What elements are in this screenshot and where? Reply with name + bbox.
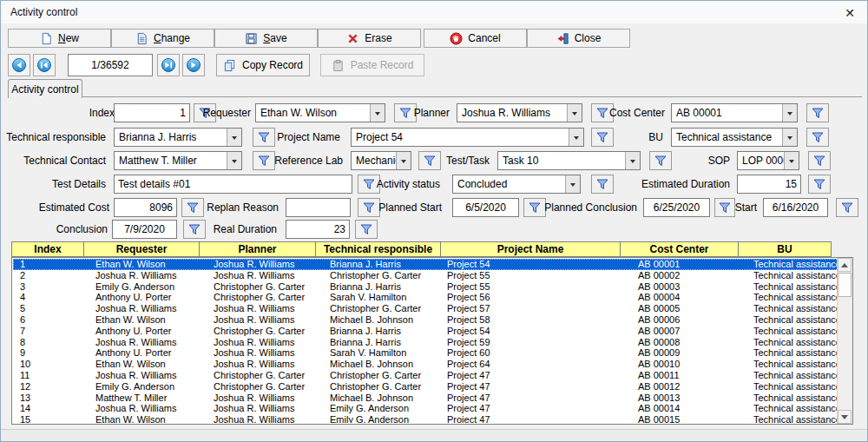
next-record-button[interactable] bbox=[182, 54, 205, 76]
grid-column-header[interactable]: Technical responsible bbox=[315, 241, 441, 257]
grid-column-header[interactable]: BU bbox=[738, 241, 832, 257]
planned-start-filter-button[interactable] bbox=[523, 198, 546, 217]
table-row[interactable]: 1Ethan W. WilsonJoshua R. WilliamsBriann… bbox=[13, 259, 838, 270]
reference-lab-filter-button[interactable] bbox=[418, 151, 441, 170]
grid-column-header[interactable]: Index bbox=[11, 241, 84, 257]
cost-center-filter-button[interactable] bbox=[806, 103, 829, 122]
activity-status-filter-button[interactable] bbox=[591, 175, 614, 194]
conclusion-filter-button[interactable] bbox=[183, 220, 206, 239]
planned-conclusion-field[interactable] bbox=[643, 198, 710, 217]
table-row[interactable]: 4Anthony U. PorterChristopher G. CarterS… bbox=[13, 292, 838, 303]
replan-reason-filter-button[interactable] bbox=[358, 198, 380, 217]
real-duration-filter-button[interactable] bbox=[355, 220, 378, 239]
requester-combobox[interactable]: Ethan W. Wilson bbox=[255, 103, 385, 122]
table-cell: Technical assistance bbox=[745, 303, 838, 314]
table-row[interactable]: 11Joshua R. WilliamsChristopher G. Carte… bbox=[13, 370, 838, 381]
grid-column-header[interactable]: Planner bbox=[199, 241, 316, 257]
start-field[interactable] bbox=[763, 198, 828, 217]
first-record-button[interactable] bbox=[33, 54, 56, 76]
bu-filter-button[interactable] bbox=[806, 128, 829, 147]
start-filter-button[interactable] bbox=[836, 198, 858, 217]
close-button[interactable]: Close bbox=[527, 29, 630, 48]
dropdown-arrow-icon[interactable] bbox=[227, 129, 241, 146]
table-row[interactable]: 3Emily G. AndersonChristopher G. CarterB… bbox=[13, 281, 838, 293]
activity-status-combobox[interactable]: Concluded bbox=[452, 175, 581, 194]
table-row[interactable]: 8Joshua R. WilliamsJoshua R. WilliamsBri… bbox=[13, 337, 838, 348]
cancel-button[interactable]: Cancel bbox=[424, 29, 527, 48]
dropdown-arrow-icon[interactable] bbox=[569, 129, 583, 146]
erase-button[interactable]: Erase bbox=[318, 29, 421, 48]
table-cell: 14 bbox=[13, 403, 86, 414]
planner-combobox[interactable]: Joshua R. Williams bbox=[457, 103, 582, 122]
technical-responsible-combobox[interactable]: Brianna J. Harris bbox=[114, 128, 242, 147]
table-cell: Project 55 bbox=[445, 270, 626, 281]
grid-header: IndexRequesterPlannerTechnical responsib… bbox=[11, 241, 832, 257]
tab-activity-control[interactable]: Activity control bbox=[8, 79, 82, 98]
record-position-input[interactable] bbox=[68, 54, 153, 76]
replan-reason-field[interactable] bbox=[286, 198, 351, 217]
table-row[interactable]: 13Matthew T. MillerJoshua R. WilliamsMic… bbox=[13, 393, 838, 404]
table-row[interactable]: 9Anthony U. PorterJoshua R. WilliamsSara… bbox=[13, 347, 838, 359]
copy-record-button[interactable]: Copy Record bbox=[216, 54, 310, 76]
table-row[interactable]: 10Ethan W. WilsonJoshua R. WilliamsMicha… bbox=[13, 359, 838, 370]
previous-record-button[interactable] bbox=[8, 54, 30, 76]
table-row[interactable]: 7Anthony U. PorterChristopher G. CarterB… bbox=[13, 326, 838, 337]
scroll-up-button[interactable] bbox=[838, 258, 852, 272]
project-name-combobox[interactable]: Project 54 bbox=[351, 128, 584, 147]
estimated-duration-field[interactable] bbox=[737, 175, 801, 194]
dropdown-arrow-icon[interactable] bbox=[565, 175, 580, 193]
table-row[interactable]: 15Ethan W. WilsonJoshua R. WilliamsEmily… bbox=[13, 414, 838, 423]
dropdown-arrow-icon[interactable] bbox=[227, 152, 241, 169]
table-cell: AB 00011 bbox=[626, 370, 745, 381]
technical-responsible-filter-button[interactable] bbox=[253, 128, 275, 147]
index-field[interactable] bbox=[114, 103, 190, 122]
dropdown-arrow-icon[interactable] bbox=[782, 104, 797, 122]
estimated-cost-filter-button[interactable] bbox=[181, 198, 204, 217]
test-task-combobox[interactable]: Task 10 bbox=[497, 151, 641, 170]
dropdown-arrow-icon[interactable] bbox=[567, 104, 582, 122]
estimated-duration-filter-button[interactable] bbox=[808, 175, 831, 194]
table-row[interactable]: 12Emily G. AndersonChristopher G. Carter… bbox=[13, 381, 838, 393]
scrollbar-thumb[interactable] bbox=[838, 273, 852, 297]
table-cell: Christopher G. Carter bbox=[319, 303, 445, 314]
bu-value: Technical assistance bbox=[672, 129, 782, 146]
dropdown-arrow-icon[interactable] bbox=[370, 104, 385, 122]
vertical-scrollbar[interactable] bbox=[837, 258, 852, 424]
grid-column-header[interactable]: Requester bbox=[83, 241, 200, 257]
real-duration-field[interactable] bbox=[286, 220, 350, 239]
reference-lab-combobox[interactable]: Mechanic bbox=[351, 151, 411, 170]
test-task-filter-button[interactable] bbox=[649, 151, 672, 170]
funnel-icon bbox=[841, 202, 853, 214]
paste-record-button[interactable]: Paste Record bbox=[320, 54, 424, 76]
grid-column-header[interactable]: Cost Center bbox=[620, 241, 739, 257]
last-record-button[interactable] bbox=[157, 54, 180, 76]
table-row[interactable]: 5Joshua R. WilliamsJoshua R. WilliamsChr… bbox=[13, 303, 838, 314]
technical-contact-filter-button[interactable] bbox=[253, 151, 275, 170]
bu-combobox[interactable]: Technical assistance bbox=[671, 128, 798, 147]
technical-contact-combobox[interactable]: Matthew T. Miller bbox=[114, 151, 242, 170]
table-row[interactable]: 2Joshua R. WilliamsJoshua R. WilliamsChr… bbox=[13, 270, 838, 281]
save-button[interactable]: Save bbox=[214, 29, 318, 48]
window-close-button[interactable]: ✕ bbox=[839, 3, 860, 21]
estimated-cost-field[interactable] bbox=[114, 198, 177, 217]
change-button[interactable]: Change bbox=[111, 29, 214, 48]
grid-column-header[interactable]: Project Name bbox=[440, 241, 621, 257]
table-row[interactable]: 14Joshua R. WilliamsJoshua R. WilliamsEm… bbox=[13, 403, 838, 414]
table-row[interactable]: 6Ethan W. WilsonJoshua R. WilliamsMichae… bbox=[13, 314, 838, 326]
new-button[interactable]: New bbox=[8, 29, 111, 48]
test-details-field[interactable] bbox=[114, 175, 352, 194]
dropdown-arrow-icon[interactable] bbox=[784, 152, 799, 169]
sop-combobox[interactable]: LOP 00000 bbox=[737, 151, 799, 170]
dropdown-arrow-icon[interactable] bbox=[782, 129, 797, 146]
project-name-filter-button[interactable] bbox=[591, 128, 614, 147]
dropdown-arrow-icon[interactable] bbox=[625, 152, 640, 169]
planned-conclusion-filter-button[interactable] bbox=[714, 198, 735, 217]
planned-start-field[interactable] bbox=[452, 198, 519, 217]
test-details-label: Test Details bbox=[52, 175, 106, 194]
scroll-down-button[interactable] bbox=[838, 410, 852, 424]
cost-center-combobox[interactable]: AB 00001 bbox=[671, 103, 798, 122]
conclusion-field[interactable] bbox=[112, 220, 177, 239]
sop-filter-button[interactable] bbox=[808, 151, 831, 170]
window-title: Activity control bbox=[10, 6, 77, 18]
dropdown-arrow-icon[interactable] bbox=[396, 152, 411, 169]
